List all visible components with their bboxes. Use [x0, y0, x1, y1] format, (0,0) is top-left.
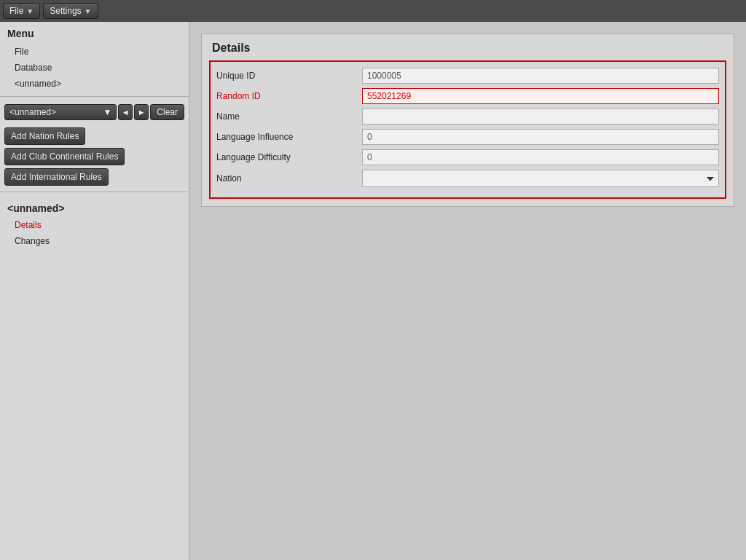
nation-dropdown-arrow-icon: ⏷	[705, 173, 715, 184]
content-area: Details Unique ID Random ID Name	[189, 22, 746, 560]
action-buttons: Add Nation Rules Add Club Continental Ru…	[0, 125, 189, 189]
menu-header: Menu	[0, 22, 189, 42]
sidebar: Menu File Database <unnamed> <unnamed> ▼…	[0, 22, 189, 560]
record-selector-dropdown[interactable]: <unnamed> ▼	[4, 104, 117, 120]
toolbar: File ▼ Settings ▼	[0, 0, 746, 22]
name-label: Name	[216, 111, 362, 122]
file-menu-label: File	[9, 6, 23, 16]
add-club-continental-rules-button[interactable]: Add Club Continental Rules	[4, 148, 125, 165]
random-id-input[interactable]	[362, 88, 719, 104]
name-input[interactable]	[362, 109, 719, 125]
details-form: Unique ID Random ID Name Language Influe…	[209, 60, 726, 199]
language-difficulty-label: Language Difficulty	[216, 152, 362, 162]
sidebar-item-database[interactable]: Database	[0, 60, 189, 76]
next-icon: ►	[138, 108, 146, 117]
prev-record-button[interactable]: ◄	[118, 104, 133, 120]
language-influence-input[interactable]	[362, 129, 719, 145]
clear-label: Clear	[157, 107, 178, 117]
sidebar-sub-item-details[interactable]: Details	[0, 217, 189, 233]
form-row-language-difficulty: Language Difficulty	[216, 149, 719, 165]
sidebar-divider-1	[0, 96, 189, 97]
file-menu-button[interactable]: File ▼	[3, 3, 40, 19]
main-layout: Menu File Database <unnamed> <unnamed> ▼…	[0, 22, 746, 560]
selector-value: <unnamed>	[9, 107, 56, 117]
sidebar-sub-item-changes[interactable]: Changes	[0, 233, 189, 249]
sidebar-section-header: <unnamed>	[0, 195, 189, 217]
form-row-nation: Nation ⏷	[216, 170, 719, 187]
form-row-unique-id: Unique ID	[216, 68, 719, 84]
add-nation-rules-button[interactable]: Add Nation Rules	[4, 127, 85, 145]
file-menu-arrow-icon: ▼	[26, 7, 34, 15]
settings-menu-label: Settings	[50, 6, 81, 16]
unique-id-label: Unique ID	[216, 71, 362, 81]
settings-menu-button[interactable]: Settings ▼	[43, 3, 98, 19]
clear-button[interactable]: Clear	[150, 104, 184, 120]
details-panel: Details Unique ID Random ID Name	[201, 33, 734, 207]
sidebar-item-file[interactable]: File	[0, 44, 189, 60]
form-row-random-id: Random ID	[216, 88, 719, 104]
selector-arrow-icon: ▼	[103, 107, 111, 117]
nation-label: Nation	[216, 173, 362, 184]
random-id-label: Random ID	[216, 91, 362, 101]
sidebar-divider-2	[0, 192, 189, 192]
nation-select[interactable]: ⏷	[362, 170, 719, 187]
prev-icon: ◄	[122, 108, 130, 117]
form-row-language-influence: Language Influence	[216, 129, 719, 145]
menu-items: File Database <unnamed>	[0, 42, 189, 93]
add-international-rules-button[interactable]: Add International Rules	[4, 168, 109, 186]
form-row-name: Name	[216, 109, 719, 125]
language-influence-label: Language Influence	[216, 132, 362, 142]
next-record-button[interactable]: ►	[134, 104, 149, 120]
settings-menu-arrow-icon: ▼	[85, 7, 92, 15]
selector-row: <unnamed> ▼ ◄ ► Clear	[0, 100, 189, 125]
details-title: Details	[202, 34, 734, 60]
language-difficulty-input[interactable]	[362, 149, 719, 165]
sidebar-item-unnamed[interactable]: <unnamed>	[0, 76, 189, 92]
unique-id-input[interactable]	[362, 68, 719, 84]
